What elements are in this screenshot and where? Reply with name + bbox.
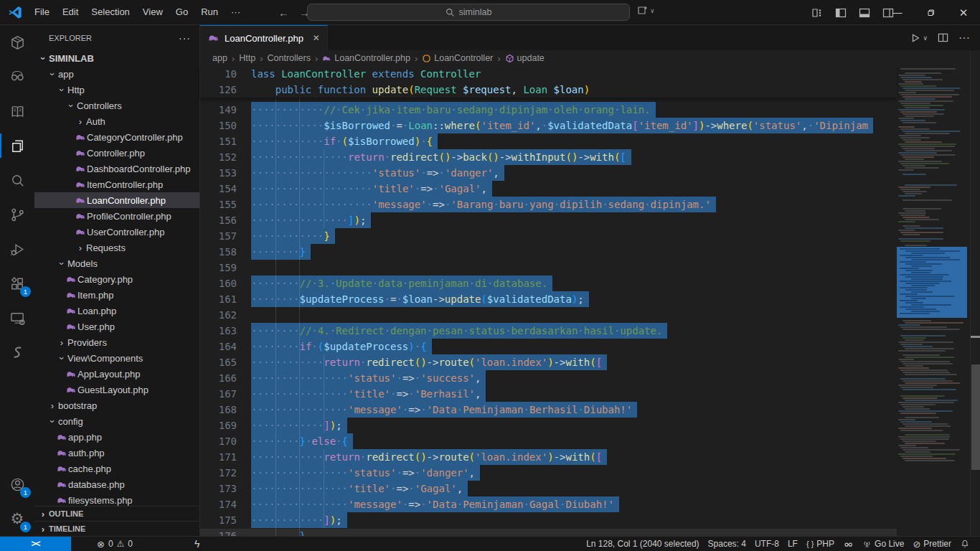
list-item-loancontroller-php[interactable]: LoanController.php (34, 192, 199, 208)
remote-explorer-icon[interactable] (0, 301, 34, 335)
status-item-prettier[interactable]: ⊘Prettier (908, 537, 956, 551)
list-item-auth[interactable]: ›Auth (34, 113, 199, 129)
minimap[interactable] (897, 66, 970, 529)
list-item-config[interactable]: ›config (34, 413, 199, 429)
editor-more-actions-icon[interactable]: ··· (958, 32, 970, 44)
problems-button[interactable]: ⊗0⚠0 (91, 539, 138, 550)
code-line[interactable]: 168················'message'·=>·'Data·Pe… (200, 402, 897, 418)
tab-close-icon[interactable]: ✕ (313, 33, 320, 43)
list-item-profilecontroller-php[interactable]: ProfileController.php (34, 208, 199, 224)
code-line[interactable]: 149············//·Cek·jika·item·baru·sed… (200, 102, 897, 118)
list-item-user-php[interactable]: User.php (34, 319, 199, 334)
menu-go[interactable]: Go (169, 4, 194, 21)
code-line[interactable]: 157············} (200, 228, 897, 244)
list-item-item-php[interactable]: Item.php (34, 287, 199, 303)
menu-more[interactable]: ··· (225, 4, 247, 21)
code-line[interactable]: 156················]); (200, 212, 897, 228)
list-item-auth-php[interactable]: auth.php (34, 445, 199, 461)
accounts-icon[interactable]: 1 (0, 467, 34, 501)
list-item-cache-php[interactable]: cache.php (34, 461, 199, 476)
list-item-requests[interactable]: ›Requests (34, 240, 199, 255)
list-item-usercontroller-php[interactable]: UserController.php (34, 224, 199, 240)
breadcrumb-item-app[interactable]: app (212, 53, 227, 63)
toggle-sidebar-left-icon[interactable] (835, 7, 847, 19)
package-icon[interactable] (0, 25, 34, 60)
list-item-filesystems-php[interactable]: filesystems.php (34, 492, 199, 506)
customize-layout-icon[interactable] (811, 7, 823, 19)
book-icon[interactable] (0, 94, 34, 128)
tab-loancontroller[interactable]: LoanController.php ✕ (200, 25, 328, 50)
toggle-panel-icon[interactable] (859, 7, 870, 19)
breadcrumb-item-loancontroller[interactable]: LoanController (422, 53, 493, 63)
code-line[interactable]: 160········//·3.·Update·data·peminjaman·… (200, 276, 897, 291)
code-line[interactable]: 155····················'message'·=>·'Bar… (200, 197, 897, 212)
explorer-files-icon[interactable] (0, 128, 34, 163)
code-line[interactable]: 164········if·($updateProcess)·{ (200, 339, 897, 354)
vertical-scrollbar[interactable] (970, 50, 980, 536)
code-line[interactable]: 162 (200, 307, 897, 323)
code-line[interactable]: 163········//·4.·Redirect·dengan·pesan·s… (200, 323, 897, 339)
code-line[interactable]: 173················'title'·=>·'Gagal', (200, 481, 897, 496)
status-item-utf-8[interactable]: UTF-8 (750, 537, 783, 551)
window-minimize-button[interactable]: — (881, 0, 914, 25)
extensions-icon[interactable]: 1 (0, 266, 34, 301)
menu-file[interactable]: File (28, 4, 56, 21)
code-line[interactable]: 170········}·else·{ (200, 433, 897, 449)
code-line[interactable]: 175············]); (200, 512, 897, 528)
list-item-database-php[interactable]: database.php (34, 476, 199, 492)
tree-root-siminlab[interactable]: ›SIMINLAB (34, 50, 199, 66)
window-restore-button[interactable] (914, 0, 947, 25)
explorer-more-actions-icon[interactable]: ··· (179, 32, 191, 44)
breadcrumb-item-http[interactable]: Http (239, 53, 255, 63)
code-line[interactable]: 165············return·redirect()->route(… (200, 354, 897, 370)
breadcrumb-item-controllers[interactable]: Controllers (267, 53, 310, 63)
split-editor-icon[interactable] (938, 32, 948, 43)
menu-run[interactable]: Run (194, 4, 225, 21)
list-item-dashboardcontroller-php[interactable]: DashboardController.php (34, 161, 199, 176)
list-item-loan-php[interactable]: Loan.php (34, 303, 199, 319)
breadcrumb-item-loancontroller-php[interactable]: LoanController.php (322, 53, 410, 63)
status-item-copilot[interactable] (839, 537, 858, 551)
code-line[interactable]: 10lass LoanController extends Controller (200, 66, 897, 82)
scrollbar-thumb[interactable] (971, 364, 980, 470)
breadcrumb-item-update[interactable]: update (505, 53, 545, 63)
command-center-search[interactable]: siminlab (307, 4, 630, 21)
list-item-providers[interactable]: ›Providers (34, 334, 199, 350)
code-line[interactable]: 174················'message'·=>·'Data·Pe… (200, 496, 897, 512)
list-item-app[interactable]: ›app (34, 66, 199, 82)
feedback-lightning-icon[interactable]: ϟ (194, 538, 199, 550)
status-item-go-live[interactable]: Go Live (858, 537, 908, 551)
run-debug-icon[interactable] (0, 232, 34, 266)
list-item-applayout-php[interactable]: AppLayout.php (34, 366, 199, 382)
status-item-ln-128-col-1-2040-selected-[interactable]: Ln 128, Col 1 (2040 selected) (582, 537, 703, 551)
list-item-models[interactable]: ›Models (34, 255, 199, 271)
status-item-php[interactable]: { }PHP (802, 537, 839, 551)
code-line[interactable]: 169············]); (200, 418, 897, 433)
timeline-panel-header[interactable]: › TIMELINE (34, 521, 199, 536)
search-sidebar-icon[interactable] (0, 163, 34, 197)
list-item-category-php[interactable]: Category.php (34, 271, 199, 287)
code-line[interactable]: 151············if·($isBorrowed)·{ (200, 133, 897, 149)
new-window-profile-dropdown[interactable]: ∨ (637, 5, 655, 17)
code-line[interactable]: 150············$isBorrowed·=·Loan::where… (200, 118, 897, 133)
menu-edit[interactable]: Edit (56, 4, 85, 21)
list-item-controllers[interactable]: ›Controllers (34, 98, 199, 113)
list-item-itemcontroller-php[interactable]: ItemController.php (34, 176, 199, 192)
source-control-icon[interactable] (0, 197, 34, 232)
menu-view[interactable]: View (136, 4, 169, 21)
menu-selection[interactable]: Selection (85, 4, 136, 21)
code-line[interactable]: 159 (200, 260, 897, 276)
code-line[interactable]: 154····················'title'·=>·'Gagal… (200, 181, 897, 197)
code-area[interactable]: 149············//·Cek·jika·item·baru·sed… (200, 98, 897, 536)
code-line[interactable]: 161········$updateProcess·=·$loan->updat… (200, 291, 897, 307)
nav-back-icon[interactable]: ← (278, 6, 289, 19)
list-item-controller-php[interactable]: Controller.php (34, 145, 199, 161)
code-line[interactable]: 167················'title'·=>·'Berhasil'… (200, 386, 897, 402)
code-line[interactable]: 152················return·redirect()->ba… (200, 149, 897, 165)
status-item-spaces-4[interactable]: Spaces: 4 (704, 537, 750, 551)
code-line[interactable]: 166················'status'·=>·'success'… (200, 370, 897, 386)
horizontal-scrollbar[interactable] (200, 529, 897, 536)
sticky-scroll[interactable]: 10lass LoanController extends Controller… (200, 66, 897, 98)
list-item-bootstrap[interactable]: ›bootstrap (34, 397, 199, 413)
status-item-bell[interactable] (956, 537, 974, 551)
